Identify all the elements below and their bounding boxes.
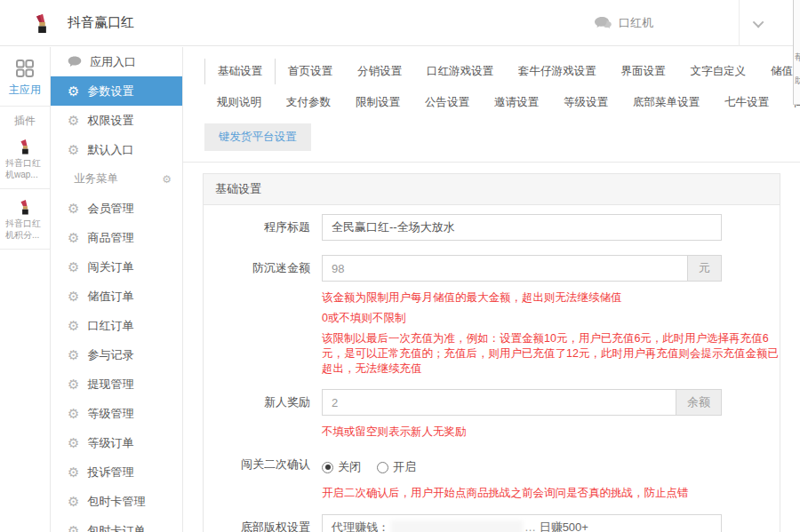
page-title: 抖音赢口红 — [68, 14, 134, 31]
copyright-value-suffix: 日赚500+ — [540, 520, 588, 532]
anti-addiction-amount-field: 防沉迷金额 元 — [204, 255, 780, 282]
sidebar-item-label: 等级订单 — [87, 435, 133, 451]
tab-limit-settings[interactable]: 限制设置 — [343, 90, 412, 115]
field-label: 防沉迷金额 — [204, 255, 322, 282]
sidebar-item-label: 包时卡订单 — [87, 523, 145, 532]
tab-row-3: 键发货平台设置 — [204, 123, 800, 151]
sidebar-section-label: 业务菜单 — [74, 171, 118, 187]
chat-bubble-icon — [68, 56, 82, 67]
tab-home-settings[interactable]: 首页设置 — [276, 59, 345, 84]
sidebar-item-product-mgmt[interactable]: ⚙ 商品管理 — [51, 223, 182, 252]
sidebar-item-participation-records[interactable]: ⚙ 参与记录 — [51, 340, 182, 369]
gear-icon: ⚙ — [68, 348, 79, 361]
tab-bottom-menu-settings[interactable]: 底部菜单设置 — [620, 90, 712, 115]
gear-icon: ⚙ — [68, 407, 79, 420]
rail-item-plugin-points[interactable]: 抖音口红机积分... — [4, 218, 46, 241]
panel-title: 基础设置 — [204, 174, 780, 205]
radio-label: 开启 — [393, 459, 416, 475]
copyright-value-masked: … — [524, 520, 536, 532]
tab-announcement-settings[interactable]: 公告设置 — [412, 90, 482, 115]
field-label: 程序标题 — [204, 214, 322, 241]
tab-rules-description[interactable]: 规则说明 — [204, 90, 274, 115]
sidebar-item-complaint-mgmt[interactable]: ⚙ 投诉管理 — [51, 457, 182, 487]
radio-label: 关闭 — [338, 459, 361, 475]
sidebar-item-param-settings[interactable]: ⚙ 参数设置 — [51, 76, 182, 106]
sidebar-item-level-orders[interactable]: ⚙ 等级订单 — [51, 428, 182, 457]
chevron-down-icon — [752, 16, 764, 28]
sidebar-item-level-mgmt[interactable]: ⚙ 等级管理 — [51, 399, 182, 428]
rail-item-main-app[interactable]: 主应用 — [0, 83, 50, 98]
sidebar-item-label: 应用入口 — [90, 54, 136, 70]
challenge-confirm-help: 开启二次确认后，用户开始点商品挑战之前会询问是否真的挑战，防止点错 — [322, 486, 780, 501]
sidebar-item-label: 参与记录 — [87, 347, 133, 363]
plugin-wap-lipstick-icon[interactable] — [0, 138, 50, 155]
grid-icon[interactable] — [0, 58, 50, 79]
platform-switcher[interactable]: 口红机 — [595, 15, 653, 31]
redacted-blur-region — [391, 520, 523, 532]
sidebar-item-label: 口红订单 — [87, 318, 133, 334]
program-title-input[interactable] — [322, 214, 722, 241]
sidebar-item-recharge-orders[interactable]: ⚙ 储值订单 — [51, 282, 182, 311]
sidebar-item-label: 会员管理 — [87, 201, 133, 217]
tab-payment-params[interactable]: 支付参数 — [274, 90, 343, 115]
copyright-value-prefix: 代理赚钱： — [332, 520, 389, 532]
challenge-confirm-radio-off[interactable]: 关闭 — [322, 459, 361, 475]
rail-item-plugin-wap[interactable]: 抖音口红机wap... — [4, 157, 46, 180]
tab-interface-settings[interactable]: 界面设置 — [609, 59, 678, 84]
app-rail: 主应用 插件 抖音口红机wap... 抖音口红机积分... — [0, 47, 51, 532]
gear-icon: ⚙ — [68, 524, 79, 532]
sidebar-item-permission-settings[interactable]: ⚙ 权限设置 — [51, 106, 182, 135]
sidebar-item-lipstick-orders[interactable]: ⚙ 口红订单 — [51, 311, 182, 340]
tab-level-settings[interactable]: 等级设置 — [551, 90, 620, 115]
sidebar-item-default-entry[interactable]: ⚙ 默认入口 — [51, 135, 182, 164]
sidebar-item-withdrawal-mgmt[interactable]: ⚙ 提现管理 — [51, 369, 182, 399]
sidebar-item-label: 提现管理 — [87, 377, 133, 393]
rail-plugins-label: 插件 — [0, 114, 50, 129]
tab-distribution-settings[interactable]: 分销设置 — [345, 59, 414, 84]
gear-icon: ⚙ — [68, 143, 79, 156]
copyright-input[interactable]: 代理赚钱：… 日赚500+ — [322, 514, 722, 532]
sidebar-item-challenge-orders[interactable]: ⚙ 闯关订单 — [51, 252, 182, 282]
sidebar-item-label: 商品管理 — [87, 230, 133, 246]
gear-icon: ⚙ — [68, 319, 79, 332]
sidebar-item-time-card-orders[interactable]: ⚙ 包时卡订单 — [51, 516, 182, 532]
rail-divider — [0, 249, 50, 250]
sidebar-item-label: 权限设置 — [87, 113, 133, 129]
sidebar-item-label: 闯关订单 — [87, 259, 133, 275]
platform-label: 口红机 — [619, 15, 653, 31]
main-content: 基础设置 首页设置 分销设置 口红游戏设置 套牛仔游戏设置 界面设置 文字自定义… — [183, 47, 800, 532]
radio-checked-icon — [322, 462, 333, 473]
tab-cowboy-game-settings[interactable]: 套牛仔游戏设置 — [506, 59, 609, 84]
sidebar-item-member-mgmt[interactable]: ⚙ 会员管理 — [51, 194, 182, 223]
tab-qiniu-settings[interactable]: 七牛设置 — [712, 90, 781, 115]
anti-addiction-amount-input[interactable] — [322, 255, 688, 282]
sidebar-item-time-card-mgmt[interactable]: ⚙ 包时卡管理 — [51, 487, 182, 516]
newbie-reward-help: 不填或留空则表示新人无奖励 — [322, 425, 780, 440]
newbie-reward-input[interactable] — [322, 389, 676, 416]
tab-basic-settings[interactable]: 基础设置 — [204, 59, 276, 84]
sidebar-section-business-menu: 业务菜单 ⚙ — [51, 164, 182, 194]
field-label: 闯关二次确认 — [204, 454, 322, 478]
field-label: 新人奖励 — [204, 389, 322, 416]
help-edge-widget[interactable]: 帮 助 — [793, 0, 800, 105]
gear-icon: ⚙ — [68, 436, 79, 449]
tab-lipstick-game-settings[interactable]: 口红游戏设置 — [414, 59, 506, 84]
program-title-field: 程序标题 — [204, 214, 780, 241]
gear-icon: ⚙ — [68, 377, 79, 391]
tab-invite-settings[interactable]: 邀请设置 — [482, 90, 551, 115]
sidebar-item-label: 投诉管理 — [87, 465, 133, 480]
rail-divider — [0, 106, 50, 107]
plugin-points-lipstick-icon[interactable] — [0, 198, 50, 216]
app-window: 抖音赢口红 口红机 帮 助 — [0, 0, 800, 532]
sidebar-item-app-entry[interactable]: 应用入口 — [51, 47, 182, 76]
lipstick-logo-icon — [28, 10, 55, 36]
gear-icon: ⚙ — [68, 231, 79, 244]
gear-icon[interactable]: ⚙ — [162, 173, 172, 186]
sidebar-menu: 应用入口 ⚙ 参数设置 ⚙ 权限设置 ⚙ 默认入口 业务菜单 ⚙ ⚙ 会员管理 … — [51, 47, 183, 532]
sidebar-item-label: 参数设置 — [87, 83, 133, 99]
account-dropdown-button[interactable] — [740, 0, 779, 46]
gear-icon: ⚙ — [68, 290, 79, 303]
tab-text-customization[interactable]: 文字自定义 — [678, 59, 759, 84]
challenge-confirm-radio-on[interactable]: 开启 — [377, 459, 416, 475]
tab-shipping-platform-settings[interactable]: 键发货平台设置 — [204, 123, 311, 151]
